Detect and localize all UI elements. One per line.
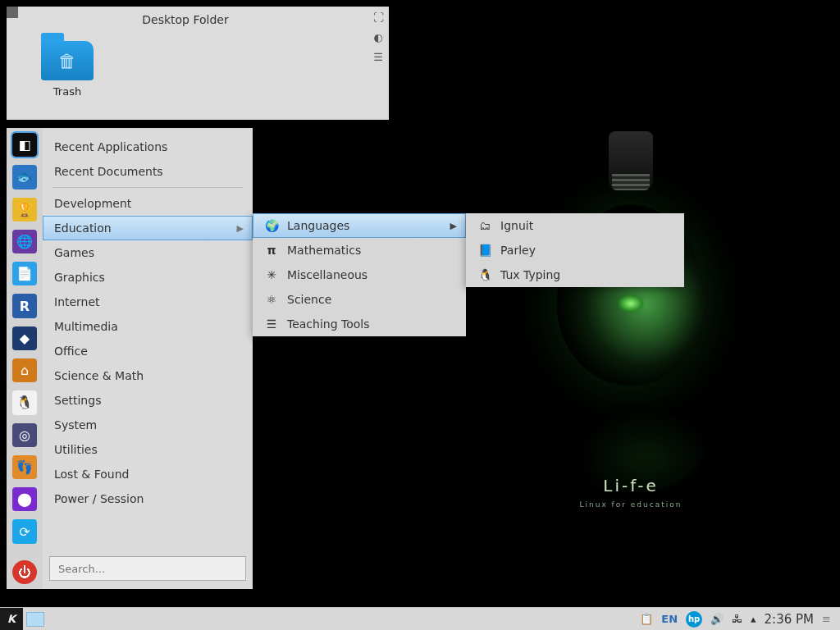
book-icon: 📘 <box>477 243 492 258</box>
kicker-launcher[interactable]: K <box>0 608 23 631</box>
favorite-app-9[interactable]: 🐧 <box>12 390 37 414</box>
widget-visibility-icon[interactable]: ◐ <box>371 31 386 46</box>
submenu-miscellaneous[interactable]: ✳Miscellaneous <box>253 262 466 287</box>
menu-science-math[interactable]: Science & Math <box>43 363 253 388</box>
power-button[interactable]: ⏻ <box>12 560 37 584</box>
wallpaper-title: Li-f-e <box>569 476 692 495</box>
app-ignuit[interactable]: 🗂Ignuit <box>466 213 684 238</box>
submenu-languages-list: 🗂Ignuit 📘Parley 🐧Tux Typing <box>466 213 684 287</box>
star-icon: ✳ <box>264 267 279 282</box>
search-input[interactable] <box>49 556 246 581</box>
app-parley[interactable]: 📘Parley <box>466 238 684 262</box>
languages-icon: 🌍 <box>264 218 279 233</box>
submenu-mathematics[interactable]: πMathematics <box>253 238 466 262</box>
favorite-app-2[interactable]: 🐟 <box>12 165 37 189</box>
menu-education[interactable]: Education▶ <box>43 216 253 240</box>
menu-recent-applications[interactable]: Recent Applications <box>43 135 253 159</box>
application-menu: ◧ 🐟 🏆 🌐 📄 R ◆ ⌂ 🐧 ◎ 👣 ⬤ ⟳ ⏻ Recent Appli… <box>7 128 253 589</box>
volume-icon[interactable]: 🔊 <box>710 613 724 625</box>
menu-games[interactable]: Games <box>43 240 253 265</box>
submenu-education: 🌍Languages▶ πMathematics ✳Miscellaneous … <box>253 213 466 336</box>
network-icon[interactable]: 🖧 <box>732 613 742 625</box>
menu-search[interactable] <box>49 556 246 581</box>
widget-settings-icon[interactable]: ☰ <box>371 51 386 66</box>
menu-system[interactable]: System <box>43 413 253 437</box>
menu-separator <box>52 187 243 188</box>
categories-column: Recent Applications Recent Documents Dev… <box>43 128 253 589</box>
wallpaper-bulb: Li-f-e Linux for education <box>536 131 725 541</box>
menu-graphics[interactable]: Graphics <box>43 265 253 290</box>
menu-utilities[interactable]: Utilities <box>43 437 253 462</box>
tray-expand-icon[interactable]: ▴ <box>751 613 756 625</box>
clipboard-icon[interactable]: 📋 <box>640 613 653 625</box>
menu-recent-documents[interactable]: Recent Documents <box>43 159 253 184</box>
favorite-app-1[interactable]: ◧ <box>12 133 37 157</box>
cards-icon: 🗂 <box>477 218 492 233</box>
app-tux-typing[interactable]: 🐧Tux Typing <box>466 262 684 287</box>
menu-power-session[interactable]: Power / Session <box>43 486 253 511</box>
favorite-app-4[interactable]: 🌐 <box>12 230 37 253</box>
favorite-app-12[interactable]: ⬤ <box>12 487 37 511</box>
menu-development[interactable]: Development <box>43 191 253 216</box>
menu-settings[interactable]: Settings <box>43 388 253 413</box>
favorite-app-11[interactable]: 👣 <box>12 455 37 479</box>
chevron-right-icon: ▶ <box>450 221 457 231</box>
favorite-app-8[interactable]: ⌂ <box>12 358 37 382</box>
desktop-folder-widget: Desktop Folder ⛶ ◐ ☰ Trash <box>7 7 389 120</box>
favorite-app-7[interactable]: ◆ <box>12 326 37 350</box>
keyboard-layout[interactable]: EN <box>661 613 678 625</box>
panel-menu-icon[interactable]: ≡ <box>822 613 833 625</box>
list-icon: ☰ <box>264 317 279 331</box>
favorites-column: ◧ 🐟 🏆 🌐 📄 R ◆ ⌂ 🐧 ◎ 👣 ⬤ ⟳ ⏻ <box>7 128 43 589</box>
system-tray: 📋 EN hp 🔊 🖧 ▴ 2:36 PM ≡ <box>640 611 840 628</box>
trash-icon <box>41 41 94 80</box>
chevron-right-icon: ▶ <box>237 223 244 234</box>
atom-icon: ⚛ <box>264 292 279 307</box>
desktop-folder-title: Desktop Folder <box>7 13 364 26</box>
submenu-languages[interactable]: 🌍Languages▶ <box>253 213 466 238</box>
favorite-app-13[interactable]: ⟳ <box>12 519 37 543</box>
desktop: Li-f-e Linux for education Desktop Folde… <box>0 0 840 607</box>
favorite-app-10[interactable]: ◎ <box>12 423 37 447</box>
trash-item[interactable]: Trash <box>41 41 94 98</box>
taskbar-task-1[interactable] <box>26 612 44 627</box>
menu-office[interactable]: Office <box>43 339 253 363</box>
wallpaper-subtitle: Linux for education <box>569 500 692 509</box>
favorite-app-6[interactable]: R <box>12 294 37 317</box>
pi-icon: π <box>264 243 279 258</box>
menu-multimedia[interactable]: Multimedia <box>43 314 253 339</box>
taskbar: K 📋 EN hp 🔊 🖧 ▴ 2:36 PM ≡ <box>0 607 840 630</box>
widget-expand-icon[interactable]: ⛶ <box>371 11 386 26</box>
tux-icon: 🐧 <box>477 267 492 282</box>
favorite-app-3[interactable]: 🏆 <box>12 198 37 221</box>
menu-lost-found[interactable]: Lost & Found <box>43 462 253 486</box>
submenu-teaching-tools[interactable]: ☰Teaching Tools <box>253 312 466 336</box>
menu-internet[interactable]: Internet <box>43 290 253 314</box>
hp-icon[interactable]: hp <box>686 611 702 628</box>
favorite-app-5[interactable]: 📄 <box>12 262 37 285</box>
submenu-science[interactable]: ⚛Science <box>253 287 466 312</box>
trash-label: Trash <box>53 85 81 98</box>
clock[interactable]: 2:36 PM <box>765 612 814 627</box>
